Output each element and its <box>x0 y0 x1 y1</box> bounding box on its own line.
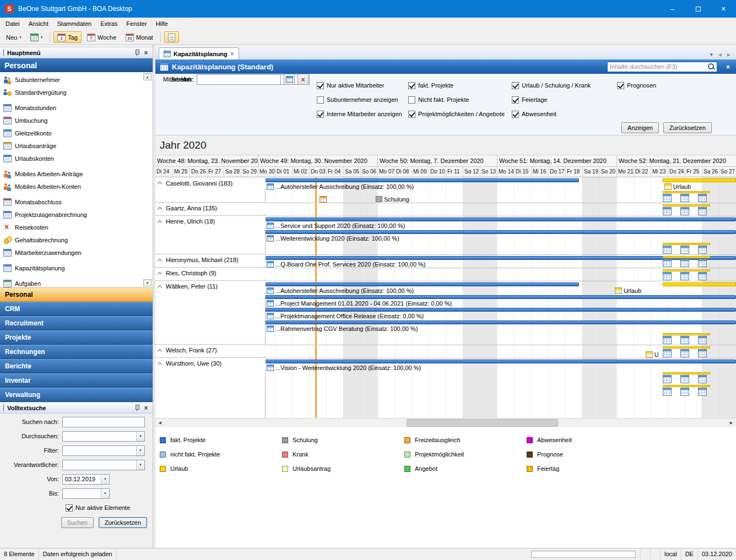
nur-aktive-elemente-checkbox[interactable] <box>66 504 73 512</box>
bereich-select-button[interactable] <box>284 74 295 85</box>
tab-kapazitaetsplanung[interactable]: Kapazitätsplanung × <box>159 47 239 59</box>
gantt-employee-row[interactable]: Hieronymus, Michael (218) <box>155 254 266 265</box>
forecast-icons[interactable] <box>663 269 710 280</box>
collapse-icon[interactable] <box>158 206 163 211</box>
gantt-employee-row[interactable]: Welsch, Frank (27) <box>155 344 266 356</box>
nicht-fakt-projekte-checkbox[interactable] <box>408 96 415 104</box>
close-icon[interactable]: × <box>142 404 150 412</box>
interne-mitarbeiter-anzeigen-checkbox[interactable] <box>317 111 324 118</box>
view-button-tag[interactable]: Tag <box>53 31 82 43</box>
feiertage-checkbox[interactable] <box>512 96 519 104</box>
urlaub-schulung-krank-checkbox[interactable] <box>512 82 519 89</box>
bereich-input[interactable] <box>197 74 281 85</box>
menu-item-hilfe[interactable]: Hilfe <box>151 18 172 30</box>
gantt-employee-row[interactable]: Henne, Ulrich (18) <box>155 215 266 227</box>
sidebar-item-mitarbeiterzuwendungen[interactable]: Mitarbeiterzuwendungen <box>0 246 153 259</box>
von-select[interactable]: 03.12.2019▾ <box>62 474 110 485</box>
maximize-button[interactable] <box>685 0 711 18</box>
gantt-employee-row[interactable]: Ries, Christoph (9) <box>155 267 266 279</box>
gantt-employee-row[interactable]: Wursthorn, Uwe (30) <box>155 357 266 369</box>
tab-next-button[interactable]: ▶ <box>727 52 730 57</box>
view-button-monat[interactable]: Monat <box>122 31 157 43</box>
scroll-down-button[interactable]: ▼ <box>143 279 151 286</box>
sidebar-item-standardverguetung[interactable]: Standardvergütung <box>0 86 153 99</box>
sidebar-item-aufgaben[interactable]: Aufgaben <box>0 277 153 287</box>
subunternehmer-anzeigen-checkbox[interactable] <box>317 96 324 104</box>
collapse-icon[interactable] <box>158 348 163 353</box>
collapse-icon[interactable] <box>158 219 163 224</box>
sidebar-item-urlaubskonten[interactable]: Urlaubskonten <box>0 152 153 165</box>
forecast-icons[interactable] <box>663 385 710 396</box>
tab-prev-button[interactable]: ◀ <box>718 52 722 57</box>
section-button-recruitment[interactable]: Recruitment <box>0 316 153 330</box>
search-input[interactable] <box>610 63 707 70</box>
search-icon[interactable] <box>707 63 715 70</box>
menu-item-fenster[interactable]: Fenster <box>122 18 151 30</box>
bis-select[interactable]: ▾ <box>62 488 110 499</box>
zuruecksetzen-button[interactable]: Zurücksetzen <box>99 517 147 528</box>
menu-item-ansicht[interactable]: Ansicht <box>24 18 53 30</box>
fakt-projekte-checkbox[interactable] <box>408 82 415 89</box>
forecast-icons[interactable] <box>663 372 710 383</box>
gantt-day-item[interactable]: Urlaub <box>615 287 641 294</box>
close-icon[interactable]: × <box>142 49 150 57</box>
durchsuchen-select[interactable]: ▾ <box>62 431 145 442</box>
export-button[interactable]: ▾ <box>26 31 47 43</box>
layout-toggle-button[interactable] <box>164 31 179 43</box>
tab-close-icon[interactable]: × <box>230 50 234 58</box>
pin-icon[interactable] <box>134 49 139 56</box>
gantt-vacation-bar[interactable] <box>663 282 736 286</box>
collapse-icon[interactable] <box>158 361 163 366</box>
scroll-up-button[interactable]: ▲ <box>143 73 151 80</box>
minimize-button[interactable]: – <box>660 0 685 18</box>
menu-item-stammdaten[interactable]: Stammdaten <box>53 18 96 30</box>
horizontal-scrollbar[interactable]: ◀ ▶ <box>155 418 736 427</box>
filter-zuruecksetzen-button[interactable]: Zurücksetzen <box>663 122 712 133</box>
section-button-projekte[interactable]: Projekte <box>0 330 153 345</box>
sidebar-item-kapazitaetsplanung[interactable]: Kapazitätsplanung <box>0 262 153 274</box>
collapse-icon[interactable] <box>158 258 163 263</box>
sidebar-item-monatsabschluss[interactable]: Monatsabschluss <box>0 195 153 208</box>
tab-list-button[interactable]: ▾ <box>710 52 713 57</box>
nur-aktive-mitarbeiter-checkbox[interactable] <box>317 82 324 89</box>
close-button[interactable]: × <box>711 0 736 18</box>
gantt-day-item[interactable]: Schulung <box>376 195 409 203</box>
gantt-employee-row[interactable]: Gaartz, Anna (135) <box>155 202 266 214</box>
section-button-rechnungen[interactable]: Rechnungen <box>0 345 153 359</box>
sidebar-item-monatsstunden[interactable]: Monatsstunden <box>0 101 153 114</box>
neu-button[interactable]: Neu ▾ <box>2 31 25 43</box>
section-button-inventar[interactable]: Inventar <box>0 373 153 388</box>
menu-item-datei[interactable]: Datei <box>1 18 24 30</box>
sidebar-item-urlaubsantraege[interactable]: Urlaubsanträge <box>0 139 153 152</box>
collapse-icon[interactable] <box>158 284 163 289</box>
forecast-icons[interactable] <box>663 256 710 267</box>
forecast-icons[interactable] <box>663 333 710 344</box>
sidebar-item-projektzulagenabrechnung[interactable]: Projektzulagenabrechnung <box>0 208 153 221</box>
gantt-employee-row[interactable]: Wältken, Peter (11) <box>155 280 266 292</box>
bereich-clear-button[interactable]: × <box>297 74 309 85</box>
forecast-icons[interactable] <box>663 243 710 254</box>
scroll-left-button[interactable]: ◀ <box>155 418 165 427</box>
suchen-button[interactable]: Suchen <box>61 517 94 528</box>
gantt-day-item[interactable]: U <box>646 351 659 358</box>
prognosen-checkbox[interactable] <box>617 82 624 89</box>
section-button-crm[interactable]: CRM <box>0 302 153 316</box>
sidebar-item-mobiles-arbeiten-antraege[interactable]: Mobiles Arbeiten-Anträge <box>0 167 153 180</box>
forecast-icons[interactable] <box>663 346 710 357</box>
section-button-verwaltung[interactable]: Verwaltung <box>0 388 153 402</box>
suchen-nach-input[interactable] <box>62 417 145 427</box>
section-button-personal[interactable]: Personal <box>0 287 153 302</box>
scrollbar-track[interactable] <box>165 418 727 427</box>
gantt-vacation-bar[interactable] <box>663 178 736 182</box>
projektmoeglichkeiten-angebote-checkbox[interactable] <box>408 111 415 118</box>
grip-icon[interactable] <box>3 404 4 411</box>
forecast-icons[interactable] <box>663 191 710 202</box>
gantt-employee-row[interactable]: Caselotti, Giovanni (183) <box>155 177 266 189</box>
menu-item-extras[interactable]: Extras <box>96 18 122 30</box>
pin-icon[interactable] <box>134 404 139 411</box>
forecast-icons[interactable] <box>663 204 710 215</box>
collapse-icon[interactable] <box>158 181 163 186</box>
anzeigen-button[interactable]: Anzeigen <box>621 122 659 133</box>
sidebar-item-subunternehmer[interactable]: Subunternehmer <box>0 73 153 86</box>
sidebar-item-gehaltsabrechnung[interactable]: Gehaltsabrechnung <box>0 233 153 246</box>
